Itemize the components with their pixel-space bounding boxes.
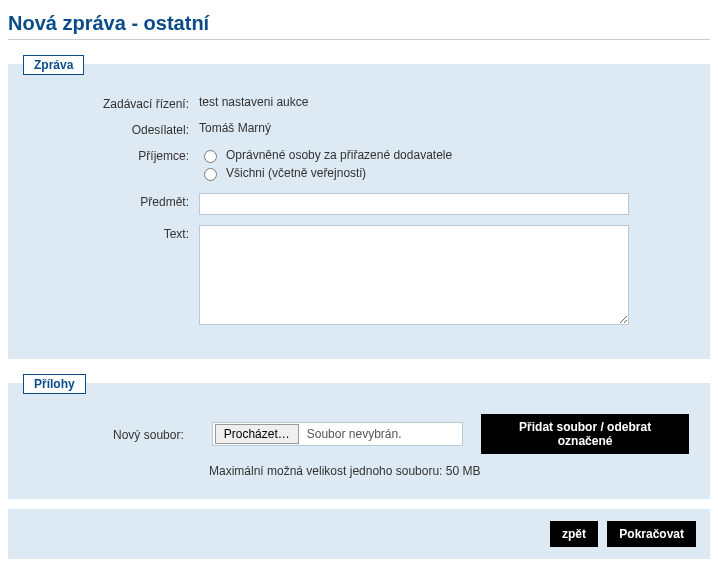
browse-button[interactable]: Procházet… bbox=[215, 424, 299, 444]
proceeding-label: Zadávací řízení: bbox=[29, 95, 199, 111]
message-legend: Zpráva bbox=[23, 55, 84, 75]
recipient-label: Příjemce: bbox=[29, 147, 199, 163]
file-input-box[interactable]: Procházet… Soubor nevybrán. bbox=[212, 422, 464, 446]
message-panel: Zpráva Zadávací řízení: test nastaveni a… bbox=[8, 64, 710, 359]
recipient-option1-radio[interactable] bbox=[204, 150, 217, 163]
text-textarea[interactable] bbox=[199, 225, 629, 325]
subject-label: Předmět: bbox=[29, 193, 199, 209]
size-hint: Maximální možná velikost jednoho souboru… bbox=[209, 464, 689, 478]
back-button[interactable]: zpět bbox=[550, 521, 598, 547]
sender-value: Tomáš Marný bbox=[199, 121, 689, 135]
subject-input[interactable] bbox=[199, 193, 629, 215]
recipient-option2-radio[interactable] bbox=[204, 168, 217, 181]
continue-button[interactable]: Pokračovat bbox=[607, 521, 696, 547]
sender-label: Odesílatel: bbox=[29, 121, 199, 137]
recipient-option2-label: Všichni (včetně veřejnosti) bbox=[226, 166, 366, 180]
file-status: Soubor nevybrán. bbox=[301, 427, 402, 441]
text-label: Text: bbox=[29, 225, 199, 241]
new-file-label: Nový soubor: bbox=[29, 426, 194, 442]
recipient-option1-label: Oprávněné osoby za přiřazené dodavatele bbox=[226, 148, 452, 162]
attachments-panel: Přílohy Nový soubor: Procházet… Soubor n… bbox=[8, 383, 710, 499]
attachments-legend: Přílohy bbox=[23, 374, 86, 394]
add-file-button[interactable]: Přidat soubor / odebrat označené bbox=[481, 414, 689, 454]
action-bar: zpět Pokračovat bbox=[8, 509, 710, 559]
page-title: Nová zpráva - ostatní bbox=[8, 12, 710, 40]
proceeding-value: test nastaveni aukce bbox=[199, 95, 689, 109]
